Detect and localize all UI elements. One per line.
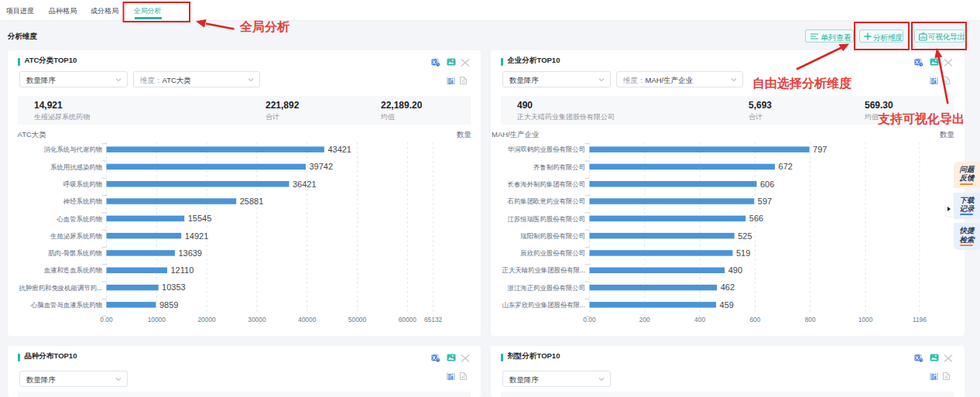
svg-text:1196: 1196	[913, 316, 927, 323]
svg-text:辰欣药业股份有限公司: 辰欣药业股份有限公司	[520, 249, 585, 257]
svg-text:400: 400	[694, 316, 705, 323]
svg-text:X: X	[432, 60, 436, 65]
svg-text:606: 606	[760, 180, 774, 189]
svg-text:X: X	[915, 355, 919, 361]
svg-text:长春海外制药集团有限公司: 长春海外制药集团有限公司	[508, 180, 586, 188]
svg-text:神经系统药物: 神经系统药物	[63, 197, 102, 205]
svg-text:浙江海正药业股份有限公司: 浙江海正药业股份有限公司	[508, 284, 586, 292]
svg-text:0.00: 0.00	[100, 316, 113, 323]
svg-text:40000: 40000	[298, 316, 317, 323]
svg-text:43421: 43421	[327, 145, 351, 154]
svg-text:14921: 14921	[185, 231, 209, 241]
svg-text:消化系统与代谢药物: 消化系统与代谢药物	[44, 145, 102, 153]
svg-text:正大天晴药业集团股份有限...: 正大天晴药业集团股份有限...	[502, 266, 585, 274]
svg-text:瑞阳制药股份有限公司: 瑞阳制药股份有限公司	[520, 232, 585, 240]
svg-text:200: 200	[639, 316, 650, 323]
svg-text:800: 800	[805, 316, 816, 323]
svg-text:0.00: 0.00	[583, 316, 596, 323]
svg-text:566: 566	[749, 214, 763, 223]
svg-text:65132: 65132	[424, 316, 443, 323]
svg-text:20000: 20000	[197, 316, 216, 323]
svg-text:600: 600	[749, 316, 760, 323]
svg-text:459: 459	[720, 300, 734, 310]
svg-text:13639: 13639	[178, 248, 202, 258]
svg-text:30000: 30000	[248, 316, 266, 323]
svg-text:血液和造血系统药物: 血液和造血系统药物	[44, 266, 102, 274]
svg-text:江苏恒瑞医药股份有限公司: 江苏恒瑞医药股份有限公司	[508, 215, 586, 223]
svg-text:肌肉-骨骼系统药物: 肌肉-骨骼系统药物	[48, 249, 102, 257]
svg-text:519: 519	[736, 248, 750, 258]
svg-text:10000: 10000	[148, 316, 166, 323]
svg-text:597: 597	[758, 197, 772, 206]
svg-text:心血管系统药物: 心血管系统药物	[56, 215, 102, 223]
svg-text:系统用抗感染药物: 系统用抗感染药物	[50, 163, 102, 171]
svg-text:山东罗欣药业集团股份有限...: 山东罗欣药业集团股份有限...	[502, 301, 585, 309]
svg-text:9859: 9859	[159, 300, 178, 310]
svg-text:36421: 36421	[293, 180, 317, 189]
svg-text:12110: 12110	[171, 265, 194, 275]
svg-text:10353: 10353	[162, 282, 186, 292]
svg-text:齐鲁制药有限公司: 齐鲁制药有限公司	[533, 163, 585, 171]
svg-text:华润双鹤药业股份有限公司: 华润双鹤药业股份有限公司	[508, 145, 586, 153]
svg-text:1000: 1000	[858, 316, 873, 323]
svg-text:490: 490	[728, 265, 742, 275]
svg-text:60000: 60000	[399, 316, 417, 323]
svg-text:50000: 50000	[348, 316, 367, 323]
svg-text:X: X	[432, 355, 436, 361]
svg-text:39742: 39742	[310, 162, 334, 171]
svg-text:525: 525	[738, 231, 752, 241]
svg-text:797: 797	[813, 145, 827, 154]
svg-text:462: 462	[721, 282, 735, 292]
svg-text:15545: 15545	[188, 214, 212, 223]
svg-text:抗肿瘤药和免疫机能调节药...: 抗肿瘤药和免疫机能调节药...	[19, 284, 102, 292]
svg-text:X: X	[915, 60, 919, 65]
svg-text:25881: 25881	[240, 197, 264, 206]
svg-text:呼吸系统药物: 呼吸系统药物	[63, 180, 102, 188]
svg-text:心脑血管与血液系统药物: 心脑血管与血液系统药物	[30, 301, 102, 309]
svg-text:生殖泌尿系统药物: 生殖泌尿系统药物	[50, 232, 102, 240]
svg-text:石药集团欧意药业有限公司: 石药集团欧意药业有限公司	[508, 197, 586, 205]
svg-text:672: 672	[779, 162, 793, 171]
